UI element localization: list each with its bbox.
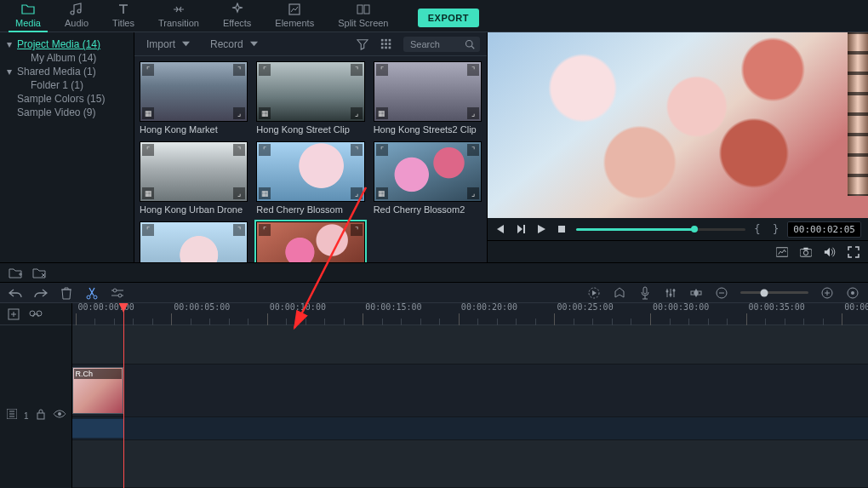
media-clip-label: Hong Kong Streets2 Clip <box>374 124 482 135</box>
svg-rect-11 <box>389 46 391 49</box>
volume-icon[interactable] <box>824 246 836 258</box>
split-icon[interactable] <box>85 286 99 300</box>
add-to-timeline-icon[interactable]: ▦ <box>142 107 154 119</box>
filter-icon[interactable] <box>356 37 369 51</box>
audio-track-1[interactable] <box>72 417 868 441</box>
search-box[interactable] <box>403 37 480 52</box>
add-to-timeline-icon[interactable]: ▦ <box>259 187 271 199</box>
play-button[interactable] <box>535 223 547 235</box>
svg-rect-5 <box>389 38 391 41</box>
media-clip[interactable]: ⌜⌝▦⌟Red Cherry Blossom <box>256 141 364 215</box>
zoom-slider[interactable] <box>740 291 808 294</box>
media-clip[interactable]: ⌜⌝▦⌟Hong Kong Market <box>140 61 248 135</box>
tab-split[interactable]: Split Screen <box>326 0 400 32</box>
svg-rect-2 <box>364 5 369 14</box>
edit-tools-icon[interactable] <box>111 286 124 300</box>
lock-icon[interactable] <box>34 407 48 421</box>
add-track-icon[interactable] <box>7 307 20 321</box>
add-to-timeline-icon[interactable]: ▦ <box>142 187 154 199</box>
timeline-body[interactable]: 00:00:00:0000:00:05:0000:00:10:0000:00:1… <box>72 303 868 488</box>
media-clip[interactable]: ⌜⌝▦✓Red Cherry Blossom4 <box>256 221 364 262</box>
export-button[interactable]: EXPORT <box>418 9 479 27</box>
preview-progress[interactable] <box>576 228 745 231</box>
add-to-timeline-icon[interactable]: ▦ <box>376 107 388 119</box>
tree-item[interactable]: Sample Colors (15) <box>3 92 130 106</box>
playhead[interactable] <box>123 303 124 488</box>
preview-canvas[interactable] <box>488 32 868 218</box>
delete-icon[interactable] <box>60 286 73 300</box>
media-clip[interactable]: ⌜⌝▦⌟Hong Kong Urban Drone <box>140 141 248 215</box>
tree-item[interactable]: ▾Project Media (14) <box>3 37 130 51</box>
tree-item[interactable]: Folder 1 (1) <box>3 78 130 92</box>
media-thumbnail[interactable]: ⌜⌝▦⌟ <box>140 141 248 202</box>
fullscreen-icon[interactable] <box>848 246 859 258</box>
sparkle-icon <box>230 3 245 16</box>
timeline-ruler[interactable]: 00:00:00:0000:00:05:0000:00:10:0000:00:1… <box>72 303 868 325</box>
media-clip[interactable]: ⌜⌝▦⌟Red Cherry Blossom2 <box>374 141 482 215</box>
step-back-button[interactable] <box>515 223 527 235</box>
media-thumbnail[interactable]: ⌜⌝▦✓ <box>256 221 364 262</box>
tab-elements[interactable]: Elements <box>263 0 326 32</box>
media-clip[interactable]: ⌜⌝▦⌟Hong Kong Street Clip <box>256 61 364 135</box>
tab-titles[interactable]: Titles <box>100 0 146 32</box>
voiceover-icon[interactable] <box>638 286 652 300</box>
visibility-icon[interactable] <box>53 407 66 421</box>
add-to-timeline-icon[interactable]: ▦ <box>376 187 388 199</box>
svg-rect-8 <box>389 43 391 45</box>
marker-icon[interactable] <box>613 286 626 300</box>
media-thumbnail[interactable]: ⌜⌝▦⌟ <box>140 61 248 122</box>
redo-icon[interactable] <box>34 286 48 300</box>
tree-item[interactable]: My Album (14) <box>3 51 130 65</box>
tab-audio[interactable]: Audio <box>53 0 100 32</box>
search-input[interactable] <box>408 38 461 50</box>
record-dropdown[interactable]: Record <box>205 37 263 52</box>
svg-point-35 <box>58 412 61 416</box>
zoom-out-icon[interactable] <box>715 286 728 300</box>
media-thumbnail[interactable]: ⌜⌝▦⌟ <box>374 61 482 122</box>
track-options-icon[interactable] <box>5 407 19 421</box>
import-dropdown[interactable]: Import <box>141 37 195 52</box>
new-folder-icon[interactable] <box>9 266 22 279</box>
ruler-minor-tick <box>133 319 134 325</box>
media-thumbnail[interactable]: ⌜⌝▦⌟ <box>256 61 364 122</box>
timeline-clip[interactable]: R.Ch <box>72 367 123 413</box>
video-track-1[interactable]: R.Ch <box>72 365 868 416</box>
link-icon[interactable] <box>29 307 43 321</box>
tree-item[interactable]: Sample Video (9) <box>3 106 130 119</box>
svg-rect-6 <box>381 43 384 45</box>
project-tree[interactable]: ▾Project Media (14)My Album (14)▾Shared … <box>0 32 134 262</box>
ruler-minor-tick <box>688 319 689 325</box>
zoom-in-icon[interactable] <box>820 286 834 300</box>
tab-transition[interactable]: Transition <box>146 0 211 32</box>
spacer-track[interactable] <box>72 325 868 365</box>
media-thumbnail[interactable]: ⌜⌝▦⌟ <box>140 221 248 262</box>
timeline-clip-label: R.Ch <box>74 369 122 379</box>
stop-button[interactable] <box>556 223 568 235</box>
preview-transport-bar: { } 00:00:02:05 <box>488 218 868 240</box>
tree-item[interactable]: ▾Shared Media (1) <box>3 65 130 78</box>
corner-marker-icon: ⌝ <box>467 144 479 156</box>
zoom-fit-icon[interactable] <box>846 286 859 300</box>
keyframe-icon[interactable] <box>689 286 703 300</box>
tab-label: Elements <box>275 18 314 28</box>
prev-frame-button[interactable] <box>494 223 506 235</box>
render-icon[interactable] <box>587 286 601 300</box>
media-clip[interactable]: ⌜⌝▦⌟Hong Kong Streets2 Clip <box>374 61 482 135</box>
media-thumbnail[interactable]: ⌜⌝▦⌟ <box>374 141 482 202</box>
undo-icon[interactable] <box>9 286 22 300</box>
snapshot-icon[interactable] <box>800 246 812 258</box>
timeline-audio-clip[interactable] <box>72 419 123 439</box>
audio-mixer-icon[interactable] <box>664 286 677 300</box>
quality-icon[interactable] <box>776 246 788 258</box>
remove-folder-icon[interactable] <box>32 266 46 279</box>
grid-view-icon[interactable] <box>380 37 393 51</box>
add-to-timeline-icon[interactable]: ▦ <box>259 107 271 119</box>
spacer-track-2[interactable] <box>72 440 868 488</box>
media-thumbnail[interactable]: ⌜⌝▦⌟ <box>256 141 364 202</box>
ruler-minor-tick <box>420 319 421 325</box>
tab-media[interactable]: Media <box>3 0 53 32</box>
media-clip[interactable]: ⌜⌝▦⌟Red Cherry Blossom3 <box>140 221 248 262</box>
elements-icon <box>287 3 302 16</box>
timeline: 1 00:00:00:0000:00:05:0000:00:10:0000:00… <box>0 303 868 488</box>
tab-effects[interactable]: Effects <box>211 0 263 32</box>
